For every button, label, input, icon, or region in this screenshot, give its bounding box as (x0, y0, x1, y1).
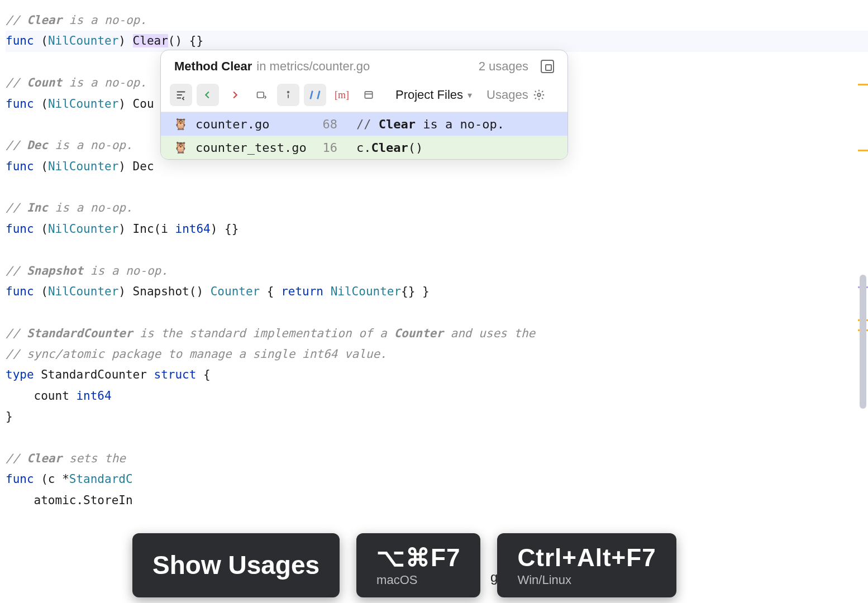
chevron-down-icon: ▾ (468, 90, 472, 100)
go-test-file-icon: 🦉 (173, 140, 188, 155)
popup-title: Method Clear (174, 59, 252, 74)
winlinux-shortcut-card: Ctrl+Alt+F7 Win/Linux (497, 533, 676, 597)
warning-marker[interactable] (858, 150, 868, 151)
usage-result-row[interactable]: 🦉 counter.go 68 // Clear is a no-op. (161, 112, 567, 136)
result-linenum: 16 (309, 141, 337, 155)
comments-filter-icon[interactable] (304, 84, 326, 106)
popup-path: in metrics/counter.go (256, 59, 370, 74)
usages-popup: Method Clear in metrics/counter.go 2 usa… (160, 50, 568, 160)
result-filename: counter.go (195, 117, 302, 131)
usages-link[interactable]: Usages (487, 88, 528, 102)
result-snippet: // Clear is a no-op. (345, 117, 504, 131)
popup-header: Method Clear in metrics/counter.go 2 usa… (161, 50, 567, 80)
svg-rect-0 (257, 92, 264, 98)
popup-toolbar: [m] Project Files ▾ Usages (161, 80, 567, 112)
preview-icon[interactable] (357, 84, 380, 106)
usage-result-row[interactable]: 🦉 counter_test.go 16 c.Clear() (161, 136, 567, 159)
svg-rect-2 (365, 92, 372, 98)
macos-shortcut-card: ⌥⌘F7 macOS (356, 533, 480, 597)
info-icon[interactable] (277, 84, 299, 106)
usage-count: 2 usages (479, 59, 528, 74)
svg-point-1 (288, 92, 289, 93)
scope-selector[interactable]: Project Files ▾ (392, 88, 475, 102)
write-access-icon[interactable] (223, 84, 246, 106)
new-search-icon[interactable] (170, 84, 192, 106)
shortcut-overlay: Show Usages ⌥⌘F7 macOS Ctrl+Alt+F7 Win/L… (132, 533, 676, 597)
svg-point-3 (537, 93, 541, 97)
result-snippet: c.Clear() (345, 141, 423, 155)
marker-rail[interactable] (858, 0, 868, 603)
result-filename: counter_test.go (195, 141, 302, 155)
gear-icon[interactable] (533, 89, 555, 101)
symbol-clear[interactable]: Clear (133, 34, 168, 47)
regex-icon[interactable]: [m] (331, 84, 353, 106)
read-access-icon[interactable] (197, 84, 219, 106)
result-linenum: 68 (309, 117, 337, 131)
go-file-icon: 🦉 (173, 117, 188, 131)
import-filter-icon[interactable] (250, 84, 273, 106)
scrollbar-thumb[interactable] (860, 275, 866, 409)
action-name-card: Show Usages (132, 533, 340, 597)
warning-marker[interactable] (858, 84, 868, 85)
open-in-toolwindow-icon[interactable] (541, 60, 554, 73)
